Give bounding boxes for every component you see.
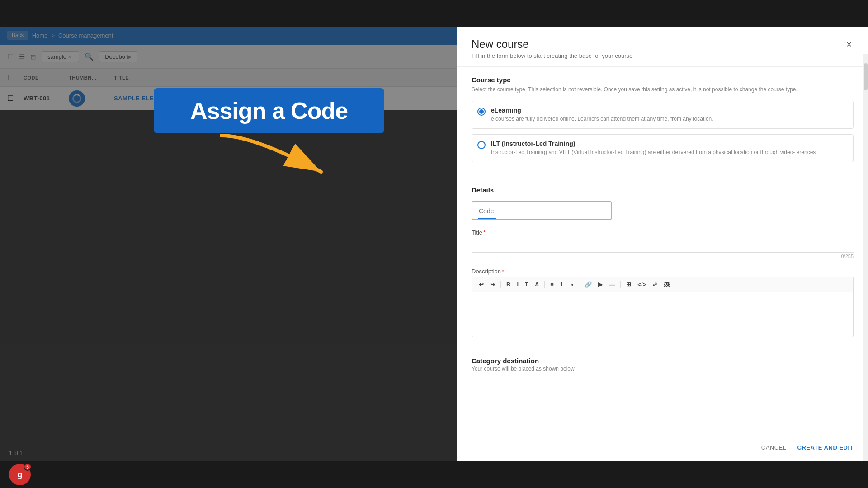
- page-info: 1 of 1: [9, 450, 23, 456]
- title-label: Title *: [472, 229, 854, 236]
- panel-header-text: New course Fill in the form below to sta…: [472, 38, 632, 59]
- header-thumb-col: THUMBN...: [69, 75, 114, 80]
- code-input[interactable]: [472, 201, 612, 220]
- toolbar-sep-3: [579, 281, 579, 288]
- undo-button[interactable]: ↩: [476, 280, 486, 289]
- new-course-panel: New course Fill in the form below to sta…: [457, 27, 868, 461]
- scroll-thumb: [864, 63, 868, 90]
- panel-subtitle: Fill in the form below to start creating…: [472, 52, 632, 59]
- bottom-bar: g 5: [0, 461, 868, 488]
- code-field-wrapper: [472, 201, 854, 220]
- course-type-title: Course type: [472, 76, 854, 84]
- category-title: Category destination: [472, 357, 854, 365]
- sample-tag-label: sample: [47, 53, 66, 60]
- list-view-icon[interactable]: ☰: [19, 53, 25, 61]
- sample-tag-close[interactable]: ×: [68, 53, 72, 60]
- category-desc: Your course will be placed as shown belo…: [472, 366, 854, 372]
- title-char-count: 0/255: [472, 253, 854, 259]
- back-button[interactable]: Back: [7, 31, 28, 40]
- row-thumbnail: [69, 90, 114, 107]
- arrow-annotation: [208, 131, 353, 185]
- header-code-col: CODE: [24, 75, 69, 80]
- hr-button[interactable]: —: [607, 280, 617, 289]
- breadcrumb-separator-1: >: [51, 32, 55, 39]
- font-button[interactable]: T: [523, 280, 531, 289]
- panel-header: New course Fill in the form below to sta…: [457, 27, 868, 67]
- code-button[interactable]: </>: [635, 280, 648, 289]
- row-code: WBT-001: [24, 95, 69, 102]
- breadcrumb-home[interactable]: Home: [32, 32, 48, 39]
- docebo-badge: Docebo ▶: [99, 51, 137, 62]
- panel-footer: CANCEL CREATE AND EDIT: [457, 434, 868, 461]
- ilt-label: ILT (Instructor-Led Training): [491, 140, 816, 147]
- bold-button[interactable]: B: [504, 280, 513, 289]
- elearning-option[interactable]: eLearning e courses are fully delivered …: [472, 101, 854, 129]
- course-type-desc: Select the course type. This selection i…: [472, 85, 854, 94]
- search-icon[interactable]: 🔍: [85, 52, 94, 61]
- row-checkbox[interactable]: ☐: [7, 94, 24, 103]
- category-section: Category destination Your course will be…: [457, 357, 868, 381]
- thumbnail-circle: [69, 90, 85, 107]
- thumbnail-inner: [72, 94, 81, 103]
- code-input-underline: [478, 218, 496, 219]
- toolbar-sep-1: [500, 281, 501, 288]
- arrow-svg: [208, 131, 353, 185]
- title-field-wrapper: Title * 0/255: [472, 229, 854, 259]
- toolbar-sep-2: [544, 281, 545, 288]
- title-input[interactable]: [472, 238, 854, 253]
- fullscreen-button[interactable]: ⤢: [650, 280, 660, 289]
- table-header: ☐ CODE THUMBN... TITLE: [0, 69, 457, 87]
- elearning-option-text: eLearning e courses are fully delivered …: [491, 107, 713, 123]
- description-label: Description *: [472, 268, 854, 275]
- align-button[interactable]: ≡: [548, 280, 556, 289]
- table-button[interactable]: ⊞: [624, 280, 633, 289]
- ordered-list-button[interactable]: 1.: [558, 280, 567, 289]
- cancel-button[interactable]: CANCEL: [761, 444, 787, 451]
- breadcrumb-course-management[interactable]: Course management: [58, 32, 113, 39]
- notification-badge: 5: [24, 463, 32, 471]
- redo-button[interactable]: ↪: [488, 280, 497, 289]
- top-bar: [0, 0, 868, 27]
- rich-text-toolbar: ↩ ↪ B I T A ≡ 1. • 🔗 ▶ — ⊞ </> ⤢ 🖼: [472, 277, 854, 292]
- select-all-checkbox[interactable]: ☐: [7, 74, 14, 81]
- header-title-col: TITLE: [114, 75, 449, 80]
- ilt-option-text: ILT (Instructor-Led Training) Instructor…: [491, 140, 816, 156]
- annotation-text: Assign a Code: [190, 97, 348, 124]
- details-section: Details Title * 0/255 Description * ↩ ↪: [457, 177, 868, 357]
- text-color-button[interactable]: A: [533, 280, 541, 289]
- description-field-wrapper: Description * ↩ ↪ B I T A ≡ 1. • 🔗 ▶ —: [472, 268, 854, 339]
- grid-view-icon[interactable]: ⊞: [30, 53, 36, 61]
- elearning-desc: e courses are fully delivered online. Le…: [491, 115, 713, 123]
- image-button[interactable]: 🖼: [661, 280, 672, 289]
- ilt-radio[interactable]: [477, 141, 486, 149]
- avatar-letter: g: [18, 470, 23, 479]
- ilt-option[interactable]: ILT (Instructor-Led Training) Instructor…: [472, 134, 854, 162]
- panel-close-button[interactable]: ×: [844, 38, 854, 51]
- elearning-label: eLearning: [491, 107, 713, 114]
- description-editor[interactable]: [472, 292, 854, 337]
- details-title: Details: [472, 186, 854, 194]
- breadcrumb: Back Home > Course management: [0, 25, 457, 45]
- panel-title: New course: [472, 38, 632, 51]
- sample-tag: sample ×: [42, 51, 79, 62]
- chevron-right-icon: ▶: [127, 53, 132, 60]
- link-button[interactable]: 🔗: [582, 280, 594, 289]
- user-avatar[interactable]: g 5: [9, 464, 31, 485]
- annotation-box: Assign a Code: [154, 88, 384, 133]
- description-required-mark: *: [502, 268, 504, 275]
- course-type-section: Course type Select the course type. This…: [457, 67, 868, 177]
- video-button[interactable]: ▶: [596, 280, 605, 289]
- ilt-desc: Instructor-Led Training) and VILT (Virtu…: [491, 148, 816, 156]
- elearning-radio[interactable]: [477, 108, 486, 116]
- course-list-toolbar: ☐ ☰ ⊞ sample × 🔍 Docebo ▶: [0, 45, 457, 69]
- elearning-radio-fill: [479, 109, 484, 114]
- unordered-list-button[interactable]: •: [569, 280, 576, 289]
- toolbar-sep-4: [620, 281, 621, 288]
- italic-button[interactable]: I: [514, 280, 521, 289]
- checkbox-all-icon[interactable]: ☐: [7, 52, 14, 61]
- header-checkbox-col: ☐: [7, 73, 24, 82]
- scroll-indicator[interactable]: [863, 54, 868, 461]
- docebo-badge-label: Docebo: [105, 53, 125, 60]
- create-and-edit-button[interactable]: CREATE AND EDIT: [797, 444, 854, 451]
- title-required-mark: *: [483, 229, 486, 236]
